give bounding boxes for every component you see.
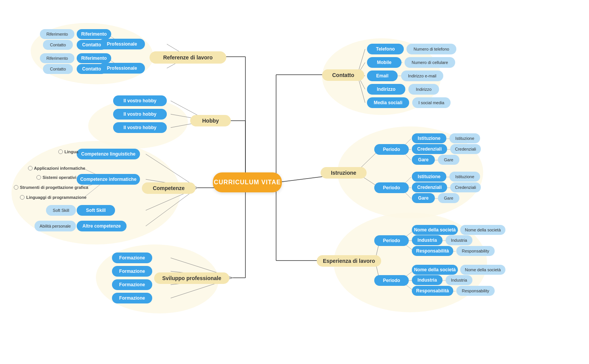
competenze-node: Competenze [142, 182, 196, 194]
hobby1: Il vostro hobby [113, 95, 167, 106]
contatto1-bold: Contatto [77, 40, 107, 50]
media-node: Media sociali [367, 97, 409, 108]
app-info-text: Applicazioni informatiche [27, 164, 86, 173]
esp1-resp: Responsabilità [412, 246, 453, 256]
ist1-gare: Gare [412, 155, 435, 165]
indirizzo-val: Indirizzo [408, 84, 439, 95]
ist1-ist-val: Istituzione [449, 133, 480, 143]
ist2-cred-val: Credenziali [450, 182, 481, 192]
form3: Formazione [112, 279, 152, 290]
comp-ling: Competenze linguistiche [77, 149, 140, 159]
sviluppo-node: Sviluppo professionale [154, 272, 229, 284]
esp2-resp: Responsabilità [412, 286, 453, 296]
ist2-gare: Gare [412, 193, 435, 203]
ist1-gare-val: Gare [438, 155, 459, 165]
esp1-nome: Nome della società [412, 225, 458, 235]
esp2-industria: Industria [412, 275, 443, 285]
esp2-nome-val: Nome della società [460, 265, 505, 275]
altre-comp: Altre competenze [77, 221, 127, 231]
form1: Formazione [112, 253, 152, 263]
esp2-industria-val: Industria [446, 275, 472, 285]
esp1-resp-val: Responsability [456, 246, 495, 256]
telefono-node: Telefono [367, 44, 404, 54]
istruzione-node: Istruzione [321, 167, 367, 179]
linguaggi-text: Linguaggi di programmazione [19, 193, 87, 202]
contatto-node: Contatto [322, 69, 364, 81]
riferimento1-light: Riferimento [40, 29, 74, 39]
media-val: I social media [412, 97, 451, 108]
ist1-cred: Credenziali [412, 144, 447, 154]
ist2-cred: Credenziali [412, 182, 447, 192]
ist2-gare-val: Gare [438, 193, 459, 203]
email-val: Indirizzo e-mail [401, 71, 443, 81]
ist1-istituzione: Istituzione [412, 133, 446, 143]
esp2-nome: Nome della società [412, 265, 458, 275]
riferimento2-bold: Riferimento [77, 53, 111, 63]
mobile-val: Numero di cellulare [405, 57, 455, 68]
ist2-istituzione: Istituzione [412, 172, 446, 182]
center-node: CURRICULUM VITAE [213, 172, 282, 192]
hobby2: Il vostro hobby [113, 109, 167, 120]
esp1-industria-val: Industria [446, 235, 472, 245]
telefono-val: Numero di telefono [406, 44, 456, 54]
mobile-node: Mobile [367, 57, 401, 68]
indirizzo-node: Indirizzo [367, 84, 405, 95]
periodo-ist1: Periodo [374, 144, 409, 155]
form4: Formazione [112, 293, 152, 303]
form2: Formazione [112, 266, 152, 277]
lingua-text: Lingua [57, 147, 80, 156]
ist2-ist-val: Istituzione [449, 172, 480, 182]
riferimento2-light: Riferimento [40, 53, 74, 63]
abilita-sub: Abilità personale [35, 221, 76, 231]
soft-skill-main: Soft Skill [77, 205, 115, 216]
contatto1-light: Contatto [43, 40, 73, 50]
hobby-node: Hobby [190, 115, 231, 126]
ist1-cred-val: Credenziali [450, 144, 481, 154]
hobby3: Il vostro hobby [113, 122, 167, 133]
email-node: Email [367, 71, 398, 81]
contatto2-bold: Contatto [77, 64, 107, 74]
periodo-esp1: Periodo [374, 235, 409, 246]
esp1-industria: Industria [412, 235, 443, 245]
periodo-ist2: Periodo [374, 182, 409, 193]
esperienza-node: Esperienza di lavoro [317, 255, 381, 267]
soft-skill-sub: Soft Skill [46, 205, 76, 216]
sistemi-text: Sistemi operativi [31, 173, 81, 182]
contatto2-light: Contatto [43, 64, 73, 74]
periodo-esp2: Periodo [374, 275, 409, 286]
riferimento1-bold: Riferimento [77, 29, 111, 39]
center-label: CURRICULUM VITAE [214, 179, 281, 186]
esp2-resp-val: Responsability [456, 286, 495, 296]
esp1-nome-val: Nome della società [460, 225, 505, 235]
referenze-node: Referenze di lavoro [150, 51, 226, 64]
strumenti-text: Strumenti di progettazione grafica [13, 183, 89, 192]
